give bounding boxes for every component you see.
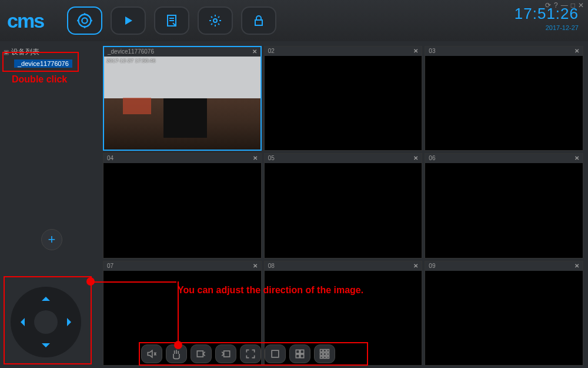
log-button[interactable] (154, 6, 189, 35)
ptz-up[interactable] (42, 293, 50, 301)
annotation-double-click: Double click (12, 74, 67, 85)
cell-label: _device11776076 (108, 47, 154, 57)
tree-root-label: 设备列表 (11, 47, 39, 57)
video-grid: _device11776076✕2017-12-27 17:50:4602✕03… (103, 46, 583, 366)
svg-rect-6 (224, 351, 230, 357)
settings-button[interactable] (198, 6, 233, 35)
layout-4-button[interactable] (289, 344, 310, 363)
close-icon[interactable]: ✕ (578, 1, 584, 9)
svg-rect-16 (323, 353, 326, 355)
header: cms ⟳ ? — □ ✕ 17:51:26 2017-12-27 (0, 0, 588, 41)
clock-date: 2017-12-27 (514, 24, 579, 31)
cell-header: 08✕ (265, 261, 422, 271)
svg-rect-15 (320, 353, 323, 355)
cell-label: 07 (107, 261, 113, 271)
lock-button[interactable] (241, 6, 276, 35)
cell-header: 02✕ (265, 47, 422, 56)
cell-close-icon[interactable]: ✕ (413, 154, 418, 163)
video-cell[interactable]: 04✕ (103, 153, 262, 258)
ptz-center[interactable] (34, 310, 58, 334)
cell-header: 03✕ (425, 47, 583, 56)
device-tree: ▣ 设备列表 _device11776076 (4, 47, 99, 68)
svg-rect-8 (296, 350, 299, 353)
video-thumbnail (104, 57, 260, 150)
cell-label: 09 (429, 261, 435, 271)
annotation-direction-text: You can adjust the direction of the imag… (178, 285, 363, 296)
svg-rect-20 (327, 356, 329, 358)
svg-rect-10 (296, 354, 299, 358)
cell-close-icon[interactable]: ✕ (574, 47, 579, 56)
cell-header: 06✕ (425, 154, 583, 163)
annotation-dot-2 (174, 341, 182, 349)
prev-page-button[interactable] (191, 344, 212, 363)
cell-close-icon[interactable]: ✕ (413, 47, 418, 56)
cell-header: 04✕ (103, 154, 261, 163)
video-cell[interactable]: _device11776076✕2017-12-27 17:50:46 (103, 46, 262, 151)
mute-button[interactable] (141, 344, 162, 363)
live-view-button[interactable] (67, 6, 102, 35)
next-page-button[interactable] (215, 344, 236, 363)
layout-1-button[interactable] (265, 344, 286, 363)
cell-label: 06 (429, 154, 435, 163)
cell-close-icon[interactable]: ✕ (574, 154, 579, 163)
bottom-toolbar (141, 344, 335, 363)
video-cell[interactable]: 09✕ (425, 261, 583, 366)
svg-rect-14 (327, 350, 329, 352)
cell-label: 08 (268, 261, 275, 271)
svg-rect-5 (197, 351, 203, 357)
cell-label: 04 (107, 154, 113, 163)
cell-close-icon[interactable]: ✕ (252, 47, 257, 57)
cell-label: 02 (268, 47, 275, 56)
cell-label: 05 (268, 154, 275, 163)
svg-point-1 (79, 15, 91, 27)
clock-time: 17:51:26 (514, 5, 579, 23)
sidebar: ▣ 设备列表 _device11776076 Double click + (0, 41, 103, 368)
svg-point-3 (213, 19, 217, 22)
svg-rect-19 (323, 356, 326, 358)
tree-root[interactable]: ▣ 设备列表 (4, 47, 99, 57)
svg-rect-17 (327, 353, 329, 355)
logo: cms (7, 9, 44, 32)
add-device-button[interactable]: + (41, 229, 62, 250)
fullscreen-button[interactable] (240, 344, 261, 363)
svg-rect-11 (300, 354, 304, 358)
ptz-down[interactable] (42, 343, 50, 352)
video-cell[interactable]: 05✕ (264, 153, 423, 258)
clock: 17:51:26 2017-12-27 (514, 5, 579, 31)
nav-buttons (67, 6, 276, 35)
collapse-icon[interactable]: ▣ (4, 49, 9, 55)
playback-button[interactable] (111, 6, 146, 35)
cell-label: 03 (429, 47, 435, 56)
cell-close-icon[interactable]: ✕ (574, 261, 579, 271)
cell-close-icon[interactable]: ✕ (253, 261, 258, 271)
svg-rect-9 (300, 350, 304, 353)
cell-close-icon[interactable]: ✕ (413, 261, 418, 271)
ptz-right[interactable] (67, 318, 75, 326)
annotation-line-1 (91, 281, 176, 283)
svg-rect-4 (255, 20, 262, 25)
svg-rect-13 (323, 350, 326, 352)
svg-point-0 (82, 18, 87, 23)
ptz-pad (11, 287, 81, 357)
video-cell[interactable]: 06✕ (425, 153, 583, 258)
cell-close-icon[interactable]: ✕ (253, 154, 258, 163)
tree-device-item[interactable]: _device11776076 (14, 59, 72, 68)
cell-header: 09✕ (425, 261, 583, 271)
main: ▣ 设备列表 _device11776076 Double click + _d… (0, 41, 588, 368)
svg-rect-12 (320, 350, 323, 352)
svg-rect-18 (320, 356, 323, 358)
grid-wrap: _device11776076✕2017-12-27 17:50:4602✕03… (103, 41, 588, 368)
video-cell[interactable]: 03✕ (425, 46, 583, 151)
ptz-control (11, 287, 81, 357)
cell-header: 05✕ (265, 154, 422, 163)
cell-header: 07✕ (103, 261, 261, 271)
video-timestamp: 2017-12-27 17:50:46 (106, 58, 156, 64)
ptz-left[interactable] (16, 318, 25, 326)
layout-9-button[interactable] (314, 344, 335, 363)
cell-header: _device11776076✕ (104, 47, 260, 57)
svg-rect-7 (272, 350, 279, 357)
video-cell[interactable]: 02✕ (264, 46, 423, 151)
